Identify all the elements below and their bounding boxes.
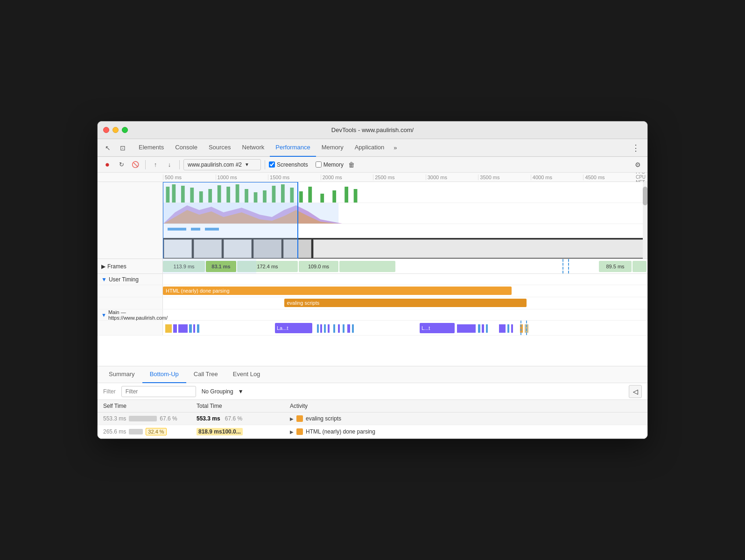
upload-button[interactable]: ↑ — [149, 159, 162, 171]
window-title: DevTools - www.paulirish.com/ — [331, 126, 414, 133]
close-button[interactable] — [103, 127, 109, 133]
main-bar-blue-4[interactable] — [324, 324, 326, 333]
frames-selection — [163, 259, 256, 273]
main-bar-purple-10[interactable] — [499, 324, 506, 333]
tab-event-log[interactable]: Event Log — [225, 366, 268, 383]
table-row[interactable]: 553.3 ms 67.6 % 553.3 ms 67.6 % ▶ — [98, 413, 647, 425]
timeline-overview[interactable]: 500 ms 1000 ms 1500 ms 2000 ms 2500 ms 3… — [98, 173, 647, 259]
main-bar-purple-7[interactable] — [347, 324, 350, 333]
tab-performance[interactable]: Performance — [270, 139, 316, 157]
screenshot-thumb-rest[interactable] — [313, 239, 647, 258]
main-bar-blue-5[interactable] — [333, 324, 335, 333]
th-activity[interactable]: Activity — [284, 400, 647, 413]
main-bar-purple-5[interactable] — [328, 324, 330, 333]
main-bar-yellow-1[interactable] — [165, 324, 172, 333]
main-thread-label[interactable]: ▼ Main — https://www.paulirish.com/ — [98, 309, 163, 320]
main-bar-blue-1[interactable] — [189, 324, 192, 333]
expand-panel-button[interactable]: ◁ — [629, 385, 642, 398]
titlebar: DevTools - www.paulirish.com/ — [98, 121, 647, 139]
frame-block-7[interactable] — [633, 261, 647, 272]
svg-rect-18 — [332, 190, 336, 203]
main-bar-purple-6[interactable] — [338, 324, 340, 333]
devtools-menu-button[interactable]: ⋮ — [628, 143, 644, 153]
main-bar-purple-2[interactable] — [178, 324, 188, 333]
main-bar-purple-4[interactable] — [320, 324, 322, 333]
activity-expand-1[interactable]: ▶ — [290, 416, 294, 421]
ruler-tick-1500: 1500 ms — [268, 175, 321, 180]
main-bar-lat-1[interactable]: La...t — [275, 323, 312, 333]
user-timing-label[interactable]: ▼ User Timing — [98, 274, 163, 285]
download-button[interactable]: ↓ — [163, 159, 176, 171]
track-content-area[interactable] — [163, 182, 647, 259]
frame-block-6[interactable]: 89.5 ms — [599, 261, 632, 272]
memory-checkbox[interactable] — [316, 161, 322, 168]
dashed-line-2 — [568, 259, 569, 273]
device-icon[interactable]: ⊡ — [116, 141, 129, 154]
main-bar-purple-3[interactable] — [193, 324, 195, 333]
self-time-value-1: 553.3 ms — [103, 415, 126, 422]
tab-sources[interactable]: Sources — [203, 139, 237, 157]
tab-elements[interactable]: Elements — [133, 139, 169, 157]
td-activity-2: ▶ HTML (nearly) done parsing — [284, 425, 647, 439]
timeline-scrollbar-thumb[interactable] — [643, 187, 647, 205]
main-bar-blue-8[interactable] — [478, 324, 480, 333]
devtools-icons: ↖ ⊡ — [101, 141, 129, 154]
reload-button[interactable]: ↻ — [115, 159, 127, 171]
settings-button[interactable]: ⚙ — [632, 159, 644, 171]
frames-label[interactable]: ▶ Frames — [98, 259, 163, 273]
tab-console[interactable]: Console — [169, 139, 203, 157]
frame-block-4[interactable]: 109.0 ms — [299, 261, 338, 272]
self-pct-1: 67.6 % — [160, 415, 177, 422]
main-bar-blue-7[interactable] — [352, 324, 354, 333]
delete-recording-button[interactable]: 🗑 — [345, 159, 358, 171]
main-bar-blue-6[interactable] — [343, 324, 344, 333]
frame-block-5[interactable] — [339, 261, 395, 272]
evaling-scripts-bar[interactable]: evaling scripts — [284, 299, 527, 307]
th-total-time[interactable]: Total Time — [191, 400, 284, 413]
ruler-tick-4500: 4500 ms — [583, 175, 636, 180]
screenshots-checkbox[interactable] — [269, 161, 275, 168]
filter-input[interactable] — [121, 386, 196, 397]
main-bar-blue-3[interactable] — [317, 324, 319, 333]
table-row[interactable]: 265.6 ms 32.4 % 818.9 ms100.0... ▶ — [98, 425, 647, 439]
ut-label-text: User Timing — [109, 276, 139, 283]
timeline-scrollbar[interactable] — [643, 182, 647, 259]
record-button[interactable]: ● — [101, 159, 113, 171]
main-bar-purple-11[interactable] — [511, 324, 513, 333]
main-bar-purple-9[interactable] — [482, 324, 484, 333]
more-tabs-button[interactable]: » — [390, 144, 401, 151]
frames-expand-icon[interactable]: ▶ — [101, 263, 105, 270]
main-expand-icon[interactable]: ▼ — [101, 312, 106, 318]
cursor-icon[interactable]: ↖ — [101, 141, 114, 154]
main-bar-blue-10[interactable] — [507, 324, 509, 333]
main-bar-blue-9[interactable] — [486, 324, 488, 333]
tab-bottom-up[interactable]: Bottom-Up — [142, 366, 186, 383]
maximize-button[interactable] — [122, 127, 128, 133]
tab-summary[interactable]: Summary — [101, 366, 142, 383]
main-bar-purple-8[interactable] — [457, 324, 476, 333]
ruler-tick-3500: 3500 ms — [478, 175, 531, 180]
devtools-tab-bar: ↖ ⊡ Elements Console Sources Network Per… — [98, 139, 647, 157]
th-self-time[interactable]: Self Time — [98, 400, 191, 413]
filter-row: Filter No Grouping ▼ ◁ — [98, 383, 647, 400]
tab-application[interactable]: Application — [349, 139, 390, 157]
tab-call-tree[interactable]: Call Tree — [186, 366, 225, 383]
grouping-select[interactable]: No Grouping ▼ — [202, 388, 244, 395]
main-bar-blue-2[interactable] — [197, 324, 199, 333]
tab-network[interactable]: Network — [237, 139, 270, 157]
svg-rect-17 — [320, 194, 324, 203]
tab-memory[interactable]: Memory — [316, 139, 349, 157]
selection-overlay[interactable] — [163, 182, 298, 259]
main-bar-lat-2[interactable]: L...t — [420, 323, 455, 333]
ut-expand-icon[interactable]: ▼ — [101, 276, 107, 283]
minimize-button[interactable] — [112, 127, 119, 133]
timeline-tracks — [98, 182, 647, 259]
html-parsing-bar[interactable]: HTML (nearly) done parsing — [163, 287, 512, 295]
activity-expand-2[interactable]: ▶ — [290, 429, 294, 434]
playhead-line[interactable] — [297, 182, 298, 259]
main-thread-track[interactable]: La...t L...t — [163, 321, 647, 335]
main-bar-purple-1[interactable] — [173, 324, 177, 333]
bottom-panel: Summary Bottom-Up Call Tree Event Log Fi… — [98, 366, 647, 439]
profile-select[interactable]: www.paulirish.com #2 ▼ — [183, 159, 261, 170]
clear-button[interactable]: 🚫 — [129, 159, 141, 171]
